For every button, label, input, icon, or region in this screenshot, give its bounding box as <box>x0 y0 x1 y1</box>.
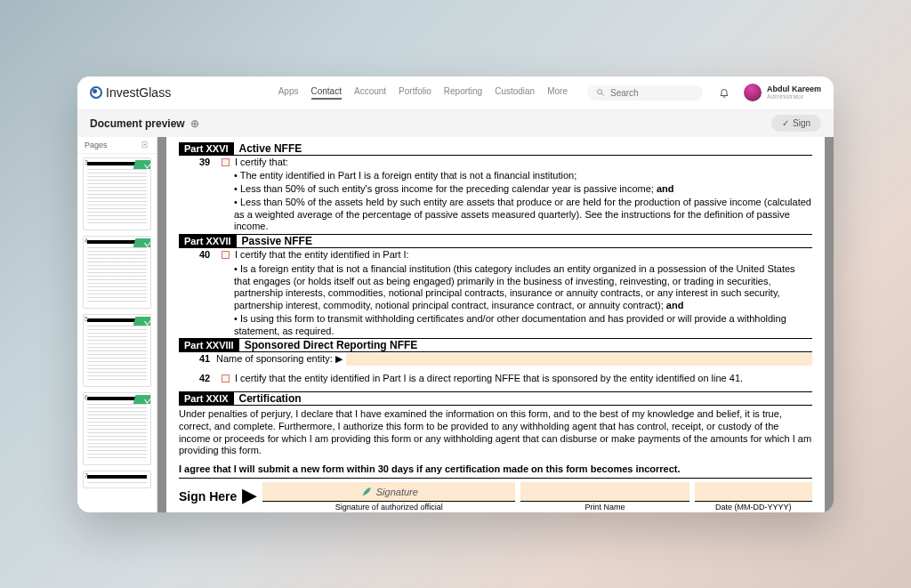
pages-sidebar: Pages 34567 <box>77 137 157 512</box>
document-viewport[interactable]: Part XXVI Active NFFE 39 I certify that:… <box>157 137 834 512</box>
nav-account[interactable]: Account <box>354 86 386 100</box>
add-page-icon[interactable] <box>141 141 149 149</box>
top-nav: AppsContactAccountPortfolioReportingCust… <box>278 86 568 100</box>
checkbox-39[interactable] <box>222 158 230 166</box>
nav-custodian[interactable]: Custodian <box>495 86 535 100</box>
document-page: Part XXVI Active NFFE 39 I certify that:… <box>166 137 825 512</box>
feather-icon <box>360 486 373 498</box>
line-39-bullets: • The entity identified in Part I is a f… <box>179 170 812 233</box>
search-icon <box>596 88 605 97</box>
nav-apps[interactable]: Apps <box>278 86 299 100</box>
page-thumb-3[interactable] <box>83 157 151 230</box>
checkbox-42[interactable] <box>222 375 230 383</box>
signature-field[interactable]: Signature <box>262 482 515 502</box>
user-menu[interactable]: Abdul Kareem Administrator <box>744 84 821 101</box>
line-41: 41 Name of sponsoring entity: ▶ <box>179 352 812 366</box>
line-40: 40 I certify that the entity identified … <box>179 248 812 262</box>
page-thumb-4[interactable] <box>83 236 151 309</box>
nav-reporting[interactable]: Reporting <box>444 86 482 100</box>
main: Pages 34567 Part XXVI Active NFFE 39 I c… <box>77 137 834 512</box>
sidebar-title: Pages <box>85 141 108 149</box>
page-thumbnails: 34567 <box>77 154 157 512</box>
subbar: Document preview ⊕ ✓ Sign <box>77 110 834 137</box>
user-name: Abdul Kareem <box>767 85 821 93</box>
topbar: InvestGlass AppsContactAccountPortfolioR… <box>77 77 834 110</box>
page-thumb-5[interactable] <box>83 314 151 387</box>
sign-check-icon: ✓ <box>782 118 789 128</box>
signed-badge-icon <box>133 317 151 326</box>
svg-point-0 <box>598 90 602 94</box>
line-42: 42 I certify that the entity identified … <box>179 372 812 386</box>
checkbox-40[interactable] <box>222 251 230 259</box>
publish-icon[interactable]: ⊕ <box>190 117 199 130</box>
svg-line-1 <box>601 93 604 96</box>
part-29-header: Part XXIX Certification <box>179 391 812 406</box>
search-input[interactable] <box>610 88 690 98</box>
app-window: InvestGlass AppsContactAccountPortfolioR… <box>77 77 834 512</box>
nav-more[interactable]: More <box>547 86 568 100</box>
page-thumb-6[interactable] <box>83 392 151 465</box>
sponsoring-entity-field[interactable] <box>346 353 812 366</box>
user-role: Administrator <box>767 93 821 100</box>
line-39: 39 I certify that: <box>179 156 812 170</box>
part-27-header: Part XXVII Passive NFFE <box>179 234 812 248</box>
nav-portfolio[interactable]: Portfolio <box>399 86 431 100</box>
part-26-header: Part XXVI Active NFFE <box>179 142 812 156</box>
arrow-icon: ▶ <box>242 486 257 505</box>
bell-icon[interactable] <box>719 87 730 98</box>
logo-icon <box>90 86 102 99</box>
signed-badge-icon <box>133 238 151 247</box>
avatar <box>744 84 762 101</box>
brand-name: InvestGlass <box>106 85 171 100</box>
sign-here-row: Sign Here ▶ Signature Signature of autho… <box>179 478 812 511</box>
part-28-header: Part XXVIII Sponsored Direct Reporting N… <box>179 338 812 352</box>
brand-logo[interactable]: InvestGlass <box>90 85 171 100</box>
page-thumb-7[interactable] <box>83 471 151 488</box>
certification-agree: I agree that I will submit a new form wi… <box>179 460 812 478</box>
certification-text: Under penalties of perjury, I declare th… <box>179 406 812 460</box>
sign-button[interactable]: ✓ Sign <box>771 115 821 132</box>
line-40-bullets: • Is a foreign entity that is not a fina… <box>179 263 812 338</box>
date-field[interactable] <box>695 482 812 502</box>
signed-badge-icon <box>133 160 151 169</box>
print-name-field[interactable] <box>520 482 689 502</box>
signed-badge-icon <box>133 395 151 404</box>
page-title: Document preview <box>90 117 185 130</box>
search-box[interactable] <box>587 85 703 101</box>
nav-contact[interactable]: Contact <box>311 86 342 100</box>
